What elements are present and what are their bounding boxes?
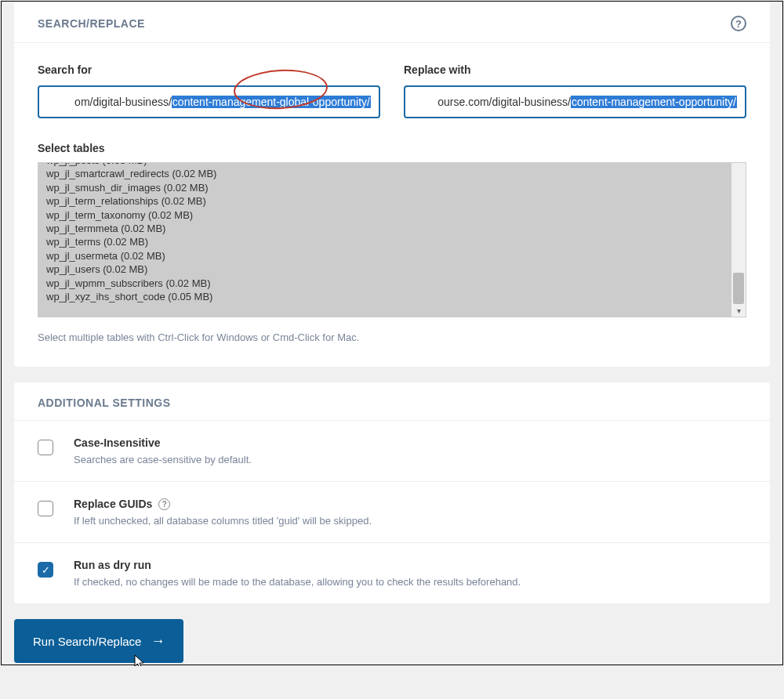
table-option[interactable]: wp_jl_term_relationships (0.02 MB)	[46, 194, 724, 208]
additional-settings-panel: ADDITIONAL SETTINGS Case-InsensitiveSear…	[14, 382, 770, 603]
table-option[interactable]: wp_jl_smush_dir_images (0.02 MB)	[46, 181, 724, 194]
tables-scrollbar[interactable]: ▾	[731, 163, 746, 317]
table-option[interactable]: wp_jl_xyz_ihs_short_code (0.05 MB)	[46, 290, 724, 303]
replace-with-label: Replace with	[404, 63, 746, 76]
select-tables-label: Select tables	[38, 142, 746, 154]
setting-title: Case-Insensitive	[74, 436, 252, 449]
table-option[interactable]: wp_jl_wpmm_subscribers (0.02 MB)	[46, 277, 724, 290]
setting-description: If left unchecked, all database columns …	[74, 515, 372, 527]
search-highlighted-text: content-management-global-opportunity/	[172, 96, 371, 108]
table-option[interactable]: wp_jl_termmeta (0.02 MB)	[46, 222, 724, 235]
table-option[interactable]: wp_jl_terms (0.02 MB)	[46, 235, 724, 248]
search-prefix-text: om/digital-business/	[74, 96, 172, 108]
replace-highlighted-text: content-management-opportunity/	[571, 96, 737, 108]
setting-row: Replace GUIDs?If left unchecked, all dat…	[14, 481, 770, 542]
panel-title-additional-settings: ADDITIONAL SETTINGS	[38, 397, 170, 409]
help-icon[interactable]: ?	[158, 498, 170, 510]
table-option[interactable]: wp_jl_smartcrawl_redirects (0.02 MB)	[46, 167, 724, 180]
table-option[interactable]: wp_jl_usermeta (0.02 MB)	[46, 249, 724, 263]
run-search-replace-button[interactable]: Run Search/Replace →	[14, 619, 183, 663]
table-option[interactable]: wp_jl_users (0.02 MB)	[46, 263, 724, 276]
setting-title: Run as dry run	[74, 559, 521, 571]
help-icon[interactable]: ?	[731, 16, 746, 31]
replace-prefix-text: ourse.com/digital-business/	[437, 96, 571, 108]
setting-row: ✓Run as dry runIf checked, no changes wi…	[14, 542, 770, 603]
replace-with-input[interactable]: ourse.com/digital-business/content-manag…	[404, 85, 746, 118]
arrow-right-icon: →	[151, 634, 165, 648]
search-replace-panel: SEARCH/REPLACE ? Search for om/digital-b…	[14, 2, 770, 367]
setting-checkbox[interactable]	[38, 501, 53, 516]
setting-checkbox[interactable]: ✓	[38, 562, 53, 578]
setting-description: If checked, no changes will be made to t…	[74, 576, 521, 588]
panel-title-search-replace: SEARCH/REPLACE	[38, 17, 145, 30]
run-button-label: Run Search/Replace	[33, 635, 141, 648]
setting-checkbox[interactable]	[38, 440, 53, 455]
setting-row: Case-InsensitiveSearches are case-sensit…	[14, 421, 770, 481]
setting-description: Searches are case-sensitive by default.	[74, 454, 252, 465]
table-option[interactable]: wp_jl_term_taxonomy (0.02 MB)	[46, 208, 724, 222]
search-for-label: Search for	[38, 63, 380, 76]
scroll-down-icon[interactable]: ▾	[731, 304, 746, 317]
setting-title: Replace GUIDs?	[74, 498, 372, 510]
tables-multiselect[interactable]: wp_jl_posts (6.08 MB)wp_jl_smartcrawl_re…	[38, 162, 746, 317]
select-tables-hint: Select multiple tables with Ctrl-Click f…	[38, 331, 746, 343]
scrollbar-thumb[interactable]	[733, 273, 744, 304]
search-for-input[interactable]: om/digital-business/content-management-g…	[38, 85, 380, 118]
